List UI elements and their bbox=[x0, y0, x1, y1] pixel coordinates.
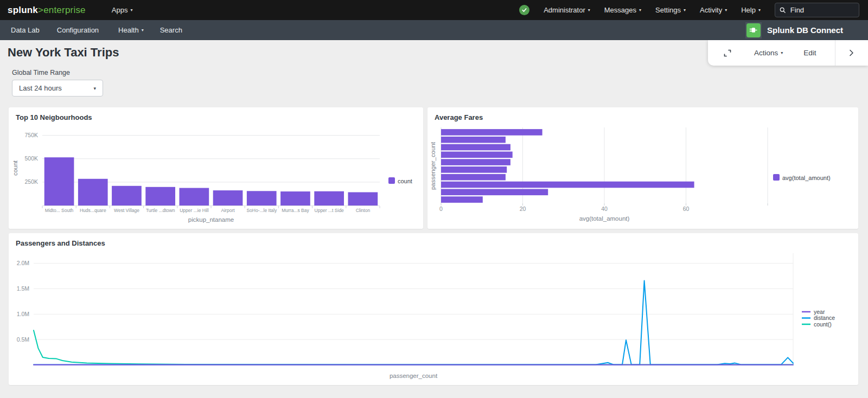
top-navigation-bar: splunk>enterprise Apps ▾ Administrator ▾… bbox=[0, 0, 868, 20]
svg-text:40: 40 bbox=[601, 206, 608, 212]
svg-text:0: 0 bbox=[439, 206, 443, 212]
caret-down-icon: ▾ bbox=[93, 86, 96, 91]
svg-text:Huds...quare: Huds...quare bbox=[80, 208, 106, 213]
menu-activity[interactable]: Activity ▾ bbox=[700, 6, 727, 14]
svg-text:60: 60 bbox=[683, 206, 690, 212]
svg-text:avg(total_amount): avg(total_amount) bbox=[579, 215, 630, 222]
caret-down-icon: ▾ bbox=[781, 50, 783, 55]
bar[interactable] bbox=[314, 191, 344, 206]
find-input[interactable] bbox=[789, 5, 854, 15]
svg-text:1.5M: 1.5M bbox=[17, 285, 29, 292]
logo-brand: splunk bbox=[8, 5, 38, 15]
menu-administrator[interactable]: Administrator ▾ bbox=[544, 6, 590, 14]
svg-text:passenger_count: passenger_count bbox=[430, 142, 436, 190]
bar[interactable] bbox=[280, 191, 310, 206]
svg-text:pickup_ntaname: pickup_ntaname bbox=[188, 216, 234, 223]
bar[interactable] bbox=[441, 182, 694, 188]
panel-title: Average Fares bbox=[427, 107, 858, 121]
svg-text:0.5M: 0.5M bbox=[17, 336, 29, 343]
chevron-right-icon bbox=[847, 48, 856, 57]
svg-text:count(): count() bbox=[814, 321, 832, 328]
bar[interactable] bbox=[112, 186, 142, 206]
caret-down-icon: ▾ bbox=[588, 8, 590, 12]
svg-text:Midto... South: Midto... South bbox=[45, 208, 74, 213]
dashboard-toolbar: Actions ▾ Edit bbox=[708, 40, 868, 66]
bar[interactable] bbox=[44, 157, 74, 206]
actions-button[interactable]: Actions ▾ bbox=[754, 49, 783, 57]
check-icon bbox=[521, 7, 527, 13]
caret-down-icon: ▾ bbox=[725, 8, 727, 12]
page-title: New York Taxi Trips bbox=[8, 46, 119, 60]
svg-text:500K: 500K bbox=[24, 155, 38, 162]
find-box[interactable] bbox=[775, 3, 859, 17]
svg-text:1.0M: 1.0M bbox=[17, 311, 29, 317]
bar[interactable] bbox=[213, 190, 243, 206]
nav-configuration[interactable]: Configuration bbox=[57, 26, 99, 34]
svg-text:passenger_count: passenger_count bbox=[390, 373, 438, 379]
caret-down-icon: ▾ bbox=[639, 8, 641, 12]
svg-text:250K: 250K bbox=[24, 178, 38, 185]
svg-text:Clinton: Clinton bbox=[356, 208, 371, 213]
db-connect-icon bbox=[745, 22, 762, 38]
svg-text:avg(total_amount): avg(total_amount) bbox=[782, 175, 831, 181]
search-icon bbox=[780, 7, 786, 14]
svg-text:count: count bbox=[398, 178, 412, 184]
passengers-distances-line-chart: 0.5M1.0M1.5M2.0Mpassenger_countyeardista… bbox=[9, 249, 858, 388]
time-range-label: Global Time Range bbox=[12, 69, 70, 76]
topnav-right: Administrator ▾ Messages ▾ Settings ▾ Ac… bbox=[519, 3, 859, 17]
caret-down-icon: ▾ bbox=[758, 8, 761, 12]
menu-messages[interactable]: Messages ▾ bbox=[604, 6, 641, 14]
svg-text:20: 20 bbox=[520, 206, 526, 212]
app-identity: Splunk DB Connect bbox=[745, 22, 843, 38]
svg-text:750K: 750K bbox=[24, 132, 38, 138]
legend-swatch[interactable] bbox=[388, 177, 395, 184]
svg-text:distance: distance bbox=[814, 314, 835, 321]
panel-average-fares: Average Fares 0204060avg(total_amount)pa… bbox=[427, 107, 858, 229]
logo-separator: > bbox=[38, 5, 43, 15]
bar[interactable] bbox=[441, 174, 506, 181]
nav-data-lab[interactable]: Data Lab bbox=[11, 26, 40, 34]
expand-icon bbox=[723, 48, 732, 58]
plug-icon bbox=[749, 25, 758, 35]
toolbar-divider bbox=[835, 40, 835, 66]
svg-text:Murra...s Bay: Murra...s Bay bbox=[282, 208, 309, 213]
svg-text:year: year bbox=[814, 309, 825, 315]
splunk-logo: splunk>enterprise bbox=[8, 5, 86, 16]
app-title: Splunk DB Connect bbox=[767, 25, 843, 35]
menu-settings[interactable]: Settings ▾ bbox=[655, 6, 686, 14]
svg-text:2.0M: 2.0M bbox=[17, 260, 29, 266]
svg-text:Turtle ...dtown: Turtle ...dtown bbox=[146, 208, 175, 213]
bar[interactable] bbox=[441, 196, 483, 203]
app-navigation-bar: Data Lab Configuration Health ▾ Search S… bbox=[0, 20, 868, 40]
edit-button[interactable]: Edit bbox=[803, 49, 816, 57]
legend-swatch[interactable] bbox=[773, 174, 780, 181]
svg-text:West Village: West Village bbox=[114, 208, 139, 213]
health-status-icon[interactable] bbox=[519, 5, 529, 15]
bar[interactable] bbox=[441, 166, 507, 173]
time-range-dropdown[interactable]: Last 24 hours ▾ bbox=[12, 80, 103, 97]
bar[interactable] bbox=[78, 179, 108, 206]
line-series bbox=[34, 281, 793, 365]
bar[interactable] bbox=[247, 191, 277, 206]
next-button[interactable] bbox=[847, 48, 856, 57]
fullscreen-button[interactable] bbox=[723, 48, 732, 58]
menu-help[interactable]: Help ▾ bbox=[741, 6, 761, 14]
bar[interactable] bbox=[441, 129, 542, 136]
panel-top10-neighbourhoods: Top 10 Neigbourhoods 250K500K750KMidto..… bbox=[9, 107, 423, 229]
caret-down-icon: ▾ bbox=[142, 28, 144, 33]
panel-title: Top 10 Neigbourhoods bbox=[9, 107, 423, 121]
bar[interactable] bbox=[441, 137, 506, 143]
apps-menu[interactable]: Apps ▾ bbox=[112, 6, 133, 14]
bar[interactable] bbox=[348, 192, 378, 206]
line-series bbox=[34, 330, 793, 364]
bar[interactable] bbox=[441, 144, 510, 151]
nav-search[interactable]: Search bbox=[160, 26, 182, 34]
bar[interactable] bbox=[441, 159, 510, 165]
nav-health[interactable]: Health ▾ bbox=[118, 26, 144, 34]
bar[interactable] bbox=[441, 189, 548, 196]
svg-text:Upper ...t Side: Upper ...t Side bbox=[315, 208, 344, 213]
svg-text:Upper ...ie Hill: Upper ...ie Hill bbox=[180, 208, 208, 213]
bar[interactable] bbox=[441, 152, 513, 158]
bar[interactable] bbox=[180, 188, 209, 206]
bar[interactable] bbox=[145, 187, 175, 206]
